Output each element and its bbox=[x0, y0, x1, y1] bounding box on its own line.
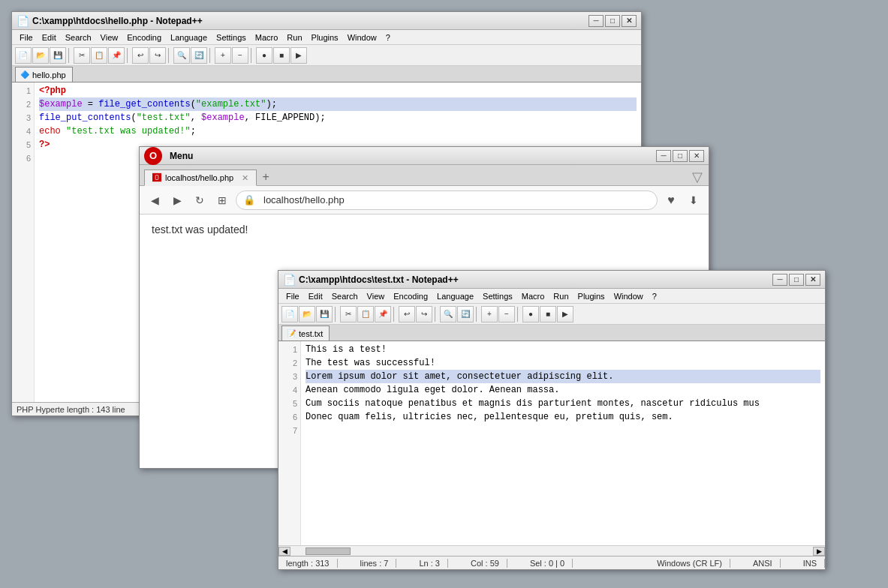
npp1-line-numbers: 1 2 3 4 5 6 bbox=[12, 82, 35, 402]
tb-copy[interactable]: 📋 bbox=[91, 47, 107, 64]
npp2-tab-test[interactable]: 📝 test.txt bbox=[281, 326, 330, 340]
tb-open[interactable]: 📂 bbox=[32, 47, 49, 64]
opera-logo[interactable]: O bbox=[144, 147, 162, 165]
tb-zoom-out[interactable]: − bbox=[232, 47, 248, 64]
tb-cut[interactable]: ✂ bbox=[74, 47, 90, 64]
opera-tab-main[interactable]: 🅾 localhost/hello.php ✕ bbox=[144, 170, 257, 186]
npp2-tb-open[interactable]: 📂 bbox=[299, 306, 315, 322]
npp1-menu-settings[interactable]: Settings bbox=[212, 32, 251, 43]
opera-menu-button[interactable]: Menu bbox=[165, 151, 197, 161]
npp2-line-numbers: 1 2 3 4 5 6 7 bbox=[278, 341, 301, 545]
opera-forward-button[interactable]: ▶ bbox=[168, 191, 186, 209]
npp2-tb-undo[interactable]: ↩ bbox=[399, 306, 415, 322]
npp2-menu-plugins[interactable]: Plugins bbox=[573, 291, 610, 302]
opera-panel-toggle[interactable]: ▽ bbox=[692, 169, 703, 185]
opera-maximize-button[interactable]: □ bbox=[673, 150, 688, 162]
opera-back-button[interactable]: ◀ bbox=[146, 191, 164, 209]
title-bar-npp1: 📄 C:\xampp\htdocs\hello.php - Notepad++ … bbox=[12, 12, 641, 30]
npp1-tab-hello[interactable]: 🔷 hello.php bbox=[15, 67, 73, 82]
npp2-tab-icon: 📝 bbox=[287, 329, 296, 338]
npp1-menu-help[interactable]: ? bbox=[381, 32, 395, 43]
npp1-menu-macro[interactable]: Macro bbox=[251, 32, 283, 43]
npp1-maximize-button[interactable]: □ bbox=[605, 15, 620, 27]
npp2-tb-replace[interactable]: 🔄 bbox=[457, 306, 474, 322]
opera-download-button[interactable]: ⬇ bbox=[685, 191, 703, 209]
npp2-status-lines: lines : 7 bbox=[353, 559, 397, 568]
npp2-menu-encoding[interactable]: Encoding bbox=[389, 291, 432, 302]
npp1-menu-view[interactable]: View bbox=[96, 32, 123, 43]
tb-macro-rec[interactable]: ● bbox=[256, 47, 272, 64]
npp1-minimize-button[interactable]: ─ bbox=[588, 15, 604, 27]
npp2-tb-find[interactable]: 🔍 bbox=[440, 306, 456, 322]
npp2-menu-view[interactable]: View bbox=[363, 291, 390, 302]
opera-heart-button[interactable]: ♥ bbox=[662, 191, 680, 209]
tb-macro-play[interactable]: ▶ bbox=[290, 47, 307, 64]
npp2-menu-window[interactable]: Window bbox=[610, 291, 648, 302]
npp2-tb-new[interactable]: 📄 bbox=[281, 306, 298, 322]
scroll-left-btn[interactable]: ◀ bbox=[278, 547, 290, 556]
npp2-code-line-4: Aenean commodo ligula eget dolor. Aenean… bbox=[306, 383, 820, 397]
scroll-right-btn[interactable]: ▶ bbox=[813, 547, 825, 556]
code-line-3: file_put_contents("test.txt", $example, … bbox=[39, 111, 637, 124]
tb-find[interactable]: 🔍 bbox=[173, 47, 190, 64]
opera-close-button[interactable]: ✕ bbox=[689, 150, 704, 162]
npp2-status-col: Col : 59 bbox=[463, 559, 507, 568]
tb-sep4 bbox=[209, 48, 212, 63]
npp2-tb-zoom-out[interactable]: − bbox=[498, 306, 515, 322]
npp1-menu-plugins[interactable]: Plugins bbox=[307, 32, 343, 43]
opera-tab-close[interactable]: ✕ bbox=[242, 173, 248, 183]
tb-sep2 bbox=[127, 48, 130, 63]
npp2-tb-copy[interactable]: 📋 bbox=[357, 306, 374, 322]
opera-tab-grid-button[interactable]: ⊞ bbox=[213, 191, 231, 209]
npp2-menu-search[interactable]: Search bbox=[327, 291, 363, 302]
npp2-maximize-button[interactable]: □ bbox=[789, 274, 804, 286]
npp1-close-button[interactable]: ✕ bbox=[622, 15, 637, 27]
npp2-menu-run[interactable]: Run bbox=[549, 291, 573, 302]
npp2-tb-zoom-in[interactable]: + bbox=[481, 306, 498, 322]
opera-tab-icon: 🅾 bbox=[152, 172, 161, 183]
npp2-tb-paste[interactable]: 📌 bbox=[375, 306, 391, 322]
npp2-menu-language[interactable]: Language bbox=[432, 291, 478, 302]
npp2-tb-macro-play[interactable]: ▶ bbox=[557, 306, 573, 322]
tb-zoom-in[interactable]: + bbox=[215, 47, 231, 64]
npp1-menu-file[interactable]: File bbox=[15, 32, 38, 43]
opera-new-tab-button[interactable]: + bbox=[257, 169, 275, 185]
opera-tab-bar: 🅾 localhost/hello.php ✕ + ▽ bbox=[140, 165, 709, 186]
npp2-tb-macro-stop[interactable]: ■ bbox=[540, 306, 556, 322]
npp2-menu-edit[interactable]: Edit bbox=[304, 291, 327, 302]
tb-undo[interactable]: ↩ bbox=[132, 47, 149, 64]
tb-new[interactable]: 📄 bbox=[15, 47, 32, 64]
opera-reload-button[interactable]: ↻ bbox=[191, 191, 209, 209]
tb-save[interactable]: 💾 bbox=[50, 47, 66, 64]
npp2-code-area[interactable]: This is a test! The test was successful!… bbox=[301, 341, 825, 545]
npp2-tab-label: test.txt bbox=[299, 329, 323, 338]
npp1-menu-search[interactable]: Search bbox=[61, 32, 96, 43]
tb-replace[interactable]: 🔄 bbox=[191, 47, 207, 64]
tb-paste[interactable]: 📌 bbox=[108, 47, 125, 64]
npp1-menu-run[interactable]: Run bbox=[282, 32, 306, 43]
npp2-close-button[interactable]: ✕ bbox=[805, 274, 820, 286]
npp1-menu-language[interactable]: Language bbox=[166, 32, 212, 43]
npp1-menu-encoding[interactable]: Encoding bbox=[122, 32, 166, 43]
npp2-menu-settings[interactable]: Settings bbox=[478, 291, 517, 302]
npp2-toolbar: 📄 📂 💾 ✂ 📋 📌 ↩ ↪ 🔍 🔄 + − ● ■ ▶ bbox=[278, 304, 825, 325]
npp2-menu-file[interactable]: File bbox=[281, 291, 304, 302]
opera-minimize-button[interactable]: ─ bbox=[656, 150, 671, 162]
npp2-status-mode: INS bbox=[796, 559, 825, 568]
tb-macro-stop[interactable]: ■ bbox=[273, 47, 290, 64]
npp2-scrollbar-h[interactable]: ◀ ▶ bbox=[278, 545, 825, 556]
npp2-tb-redo[interactable]: ↪ bbox=[416, 306, 432, 322]
scroll-thumb[interactable] bbox=[306, 548, 351, 555]
npp2-title-bar: 📄 C:\xampp\htdocs\test.txt - Notepad++ ─… bbox=[278, 271, 825, 289]
npp1-menu-window[interactable]: Window bbox=[343, 32, 381, 43]
tb-redo[interactable]: ↪ bbox=[149, 47, 166, 64]
npp2-tb-cut[interactable]: ✂ bbox=[340, 306, 357, 322]
npp2-tb-save[interactable]: 💾 bbox=[316, 306, 333, 322]
npp2-minimize-button[interactable]: ─ bbox=[772, 274, 787, 286]
npp2-menu-help[interactable]: ? bbox=[648, 291, 661, 302]
npp2-menu-macro[interactable]: Macro bbox=[517, 291, 549, 302]
opera-address-input[interactable] bbox=[236, 190, 658, 210]
npp2-tb-macro-rec[interactable]: ● bbox=[522, 306, 539, 322]
npp1-title: C:\xampp\htdocs\hello.php - Notepad++ bbox=[32, 16, 588, 26]
npp1-menu-edit[interactable]: Edit bbox=[38, 32, 61, 43]
